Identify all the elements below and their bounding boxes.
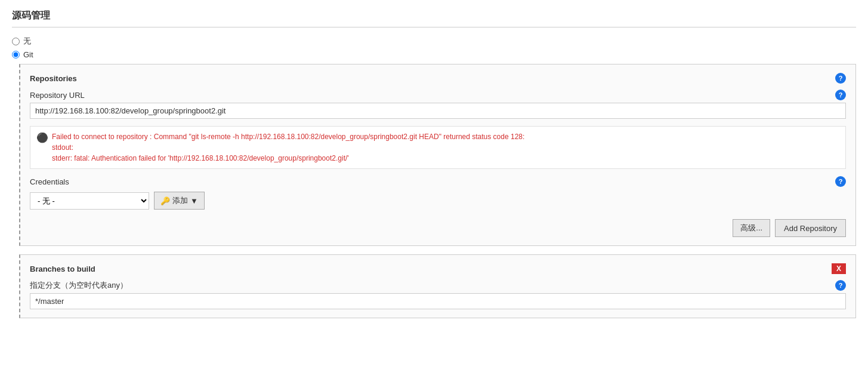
- branches-header: Branches to build X: [30, 263, 846, 274]
- error-text: Failed to connect to repository : Comman…: [52, 131, 524, 164]
- error-icon: ⚫: [36, 132, 48, 143]
- credentials-select[interactable]: - 无 -: [30, 192, 149, 210]
- credentials-group: Credentials ? - 无 - 🔑 添加 ▼: [30, 176, 846, 210]
- radio-git-input[interactable]: [12, 51, 20, 59]
- repo-url-group: Repository URL ?: [30, 90, 846, 119]
- source-management-page: 源码管理 无 Git Repositories ? Repository URL…: [0, 0, 868, 369]
- repositories-header: Repositories ?: [30, 73, 846, 84]
- branches-title: Branches to build: [30, 265, 95, 273]
- repositories-subsection: Repositories ? Repository URL ? ⚫ Failed…: [19, 64, 856, 246]
- repo-url-help-icon[interactable]: ?: [835, 90, 846, 100]
- credentials-label-row: Credentials ?: [30, 176, 846, 187]
- page-title: 源码管理: [12, 10, 856, 27]
- radio-git-label: Git: [23, 50, 33, 59]
- radio-none[interactable]: 无: [12, 36, 856, 47]
- branch-field-label-text: 指定分支（为空时代表any）: [30, 280, 128, 291]
- error-line3: stderr: fatal: Authentication failed for…: [52, 154, 349, 162]
- add-repository-button[interactable]: Add Repository: [775, 219, 846, 237]
- radio-none-input[interactable]: [12, 38, 20, 45]
- error-line2: stdout:: [52, 143, 73, 152]
- delete-branch-button[interactable]: X: [832, 263, 846, 274]
- branch-field-label-row: 指定分支（为空时代表any） ?: [30, 280, 846, 291]
- error-line1: Failed to connect to repository : Comman…: [52, 133, 524, 141]
- credentials-row: - 无 - 🔑 添加 ▼: [30, 192, 846, 210]
- advanced-button[interactable]: 高级...: [733, 219, 770, 237]
- repositories-title: Repositories: [30, 74, 77, 83]
- repo-url-label: Repository URL: [30, 91, 85, 100]
- repositories-help-icon[interactable]: ?: [835, 73, 846, 84]
- key-icon: 🔑: [160, 196, 170, 205]
- branches-subsection: Branches to build X 指定分支（为空时代表any） ?: [19, 254, 856, 318]
- repo-url-label-row: Repository URL ?: [30, 90, 846, 100]
- repo-actions-row: 高级... Add Repository: [30, 219, 846, 237]
- radio-none-label: 无: [23, 36, 31, 47]
- branch-input[interactable]: [30, 293, 846, 309]
- error-box: ⚫ Failed to connect to repository : Comm…: [30, 126, 846, 169]
- dropdown-arrow-icon: ▼: [190, 196, 198, 205]
- radio-git[interactable]: Git: [12, 50, 856, 59]
- branch-help-icon[interactable]: ?: [835, 280, 846, 291]
- credentials-help-icon[interactable]: ?: [835, 176, 846, 187]
- add-credentials-button[interactable]: 🔑 添加 ▼: [154, 192, 205, 210]
- scm-radio-group: 无 Git: [12, 36, 856, 59]
- repo-url-input[interactable]: [30, 103, 846, 119]
- add-credentials-label: 添加: [172, 195, 188, 206]
- credentials-label: Credentials: [30, 177, 69, 186]
